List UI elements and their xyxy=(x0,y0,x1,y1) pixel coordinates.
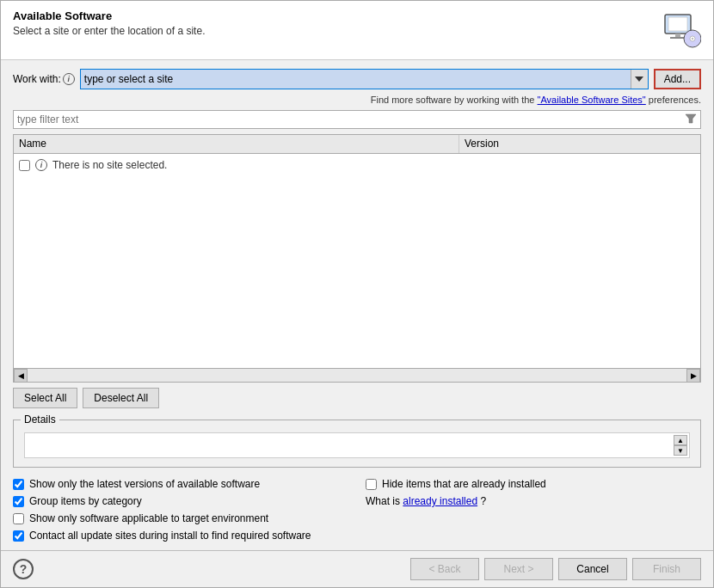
filter-row xyxy=(13,110,701,129)
option-contact-update-sites-label: Contact all update sites during install … xyxy=(29,530,311,542)
back-button[interactable]: < Back xyxy=(410,558,479,580)
right-options: Hide items that are already installed Wh… xyxy=(366,478,701,542)
scroll-right-button[interactable]: ▶ xyxy=(686,369,700,383)
svg-rect-1 xyxy=(668,17,687,31)
select-all-button[interactable]: Select All xyxy=(13,388,77,408)
option-hide-installed[interactable]: Hide items that are already installed xyxy=(366,478,701,490)
row-checkbox[interactable] xyxy=(19,160,30,171)
next-button[interactable]: Next > xyxy=(484,558,553,580)
svg-marker-7 xyxy=(635,77,643,82)
horizontal-scrollbar[interactable]: ◀ ▶ xyxy=(14,368,700,382)
header-text: Available Software Select a site or ente… xyxy=(13,9,205,37)
dialog-title: Available Software xyxy=(13,9,205,22)
table-body: i There is no site selected. xyxy=(14,154,700,368)
chevron-down-icon xyxy=(635,77,643,82)
option-applicable-env[interactable]: Show only software applicable to target … xyxy=(13,512,348,524)
header-icon-svg xyxy=(660,9,701,51)
dialog-body: Work with: i Add... Find more software b… xyxy=(1,60,713,550)
column-header-name: Name xyxy=(14,135,459,153)
available-software-dialog: Available Software Select a site or ente… xyxy=(0,0,714,588)
left-options: Show only the latest versions of availab… xyxy=(13,478,348,542)
software-table: Name Version i There is no site selected… xyxy=(13,134,701,383)
option-applicable-env-checkbox[interactable] xyxy=(13,513,24,524)
table-header: Name Version xyxy=(14,135,700,154)
option-group-by-category-label: Group items by category xyxy=(29,495,142,507)
work-with-row: Work with: i Add... xyxy=(13,69,701,89)
software-install-icon xyxy=(660,9,701,51)
details-scroll-buttons: ▲ ▼ xyxy=(674,435,687,456)
option-contact-update-sites-checkbox[interactable] xyxy=(13,530,24,542)
scroll-left-button[interactable]: ◀ xyxy=(14,369,28,383)
finish-button[interactable]: Finish xyxy=(632,558,701,580)
work-with-input[interactable] xyxy=(81,70,631,89)
option-latest-versions-label: Show only the latest versions of availab… xyxy=(29,478,260,490)
details-legend: Details xyxy=(21,413,59,426)
details-scroll-down-button[interactable]: ▼ xyxy=(674,445,687,456)
table-row: i There is no site selected. xyxy=(19,157,695,173)
cancel-button[interactable]: Cancel xyxy=(558,558,627,580)
filter-input[interactable] xyxy=(17,113,685,126)
add-button[interactable]: Add... xyxy=(654,69,701,89)
row-info-icon: i xyxy=(35,159,47,171)
option-hide-installed-checkbox[interactable] xyxy=(366,479,377,490)
details-scroll-up-button[interactable]: ▲ xyxy=(674,435,687,445)
svg-marker-8 xyxy=(686,114,696,123)
already-installed-link[interactable]: already installed xyxy=(403,495,477,507)
find-more-row: Find more software by working with the "… xyxy=(13,95,701,105)
option-group-by-category-checkbox[interactable] xyxy=(13,496,24,507)
dialog-header: Available Software Select a site or ente… xyxy=(1,1,713,60)
column-header-version: Version xyxy=(459,135,700,153)
dialog-footer: ? < Back Next > Cancel Finish xyxy=(1,550,713,587)
svg-point-6 xyxy=(692,38,693,40)
work-with-info-icon[interactable]: i xyxy=(63,73,75,85)
option-latest-versions-checkbox[interactable] xyxy=(13,479,24,490)
option-latest-versions[interactable]: Show only the latest versions of availab… xyxy=(13,478,348,490)
work-with-input-wrap xyxy=(80,69,649,89)
filter-icon xyxy=(685,113,697,127)
details-fieldset: Details ▲ ▼ xyxy=(13,413,701,468)
option-applicable-env-label: Show only software applicable to target … xyxy=(29,512,268,524)
dialog-subtitle: Select a site or enter the location of a… xyxy=(13,25,205,37)
select-deselect-row: Select All Deselect All xyxy=(13,388,701,408)
option-hide-installed-label: Hide items that are already installed xyxy=(382,478,546,490)
work-with-label: Work with: i xyxy=(13,73,75,85)
already-installed-row: What is already installed ? xyxy=(366,495,701,507)
scrollbar-track[interactable] xyxy=(28,369,686,382)
svg-rect-2 xyxy=(675,34,680,37)
option-contact-update-sites[interactable]: Contact all update sites during install … xyxy=(13,530,348,542)
svg-rect-3 xyxy=(670,37,686,39)
details-content: ▲ ▼ xyxy=(24,432,690,458)
option-group-by-category[interactable]: Group items by category xyxy=(13,495,348,507)
row-text: There is no site selected. xyxy=(52,159,167,171)
deselect-all-button[interactable]: Deselect All xyxy=(83,388,159,408)
options-section: Show only the latest versions of availab… xyxy=(13,473,701,542)
available-software-sites-link[interactable]: "Available Software Sites" xyxy=(538,95,646,105)
work-with-dropdown-button[interactable] xyxy=(631,70,648,89)
help-button[interactable]: ? xyxy=(13,559,34,579)
